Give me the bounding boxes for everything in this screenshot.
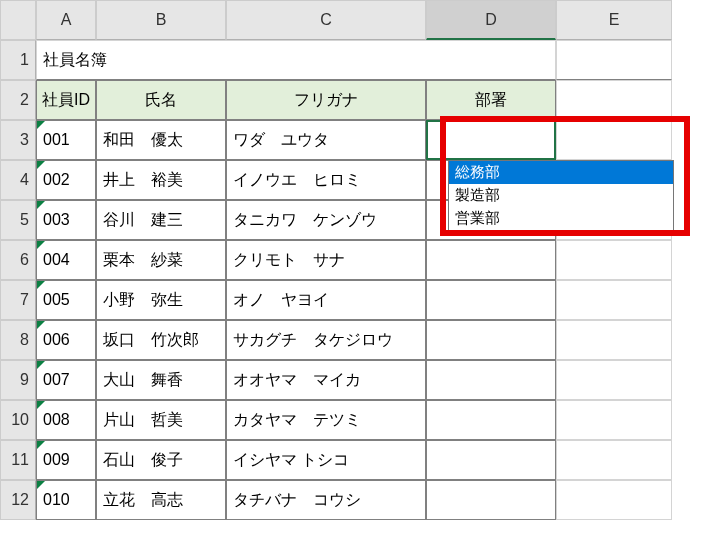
dropdown-item-0[interactable]: 総務部 xyxy=(449,161,673,184)
cell-B10[interactable]: 片山 哲美 xyxy=(96,400,226,440)
cell-E1[interactable] xyxy=(556,40,672,80)
cell-C6[interactable]: クリモト サナ xyxy=(226,240,426,280)
validation-dropdown-list[interactable]: 総務部 製造部 営業部 xyxy=(448,160,674,231)
cell-C9[interactable]: オオヤマ マイカ xyxy=(226,360,426,400)
cell-A4[interactable]: 002 xyxy=(36,160,96,200)
row-header-11[interactable]: 11 xyxy=(0,440,36,480)
cell-C7[interactable]: オノ ヤヨイ xyxy=(226,280,426,320)
cell-D8[interactable] xyxy=(426,320,556,360)
header-furigana[interactable]: フリガナ xyxy=(226,80,426,120)
cell-B4[interactable]: 井上 裕美 xyxy=(96,160,226,200)
cell-E12[interactable] xyxy=(556,480,672,520)
cell-D12[interactable] xyxy=(426,480,556,520)
cell-D11[interactable] xyxy=(426,440,556,480)
row-header-2[interactable]: 2 xyxy=(0,80,36,120)
row-header-6[interactable]: 6 xyxy=(0,240,36,280)
cell-C8[interactable]: サカグチ タケジロウ xyxy=(226,320,426,360)
row-header-7[interactable]: 7 xyxy=(0,280,36,320)
cell-C3[interactable]: ワダ ユウタ xyxy=(226,120,426,160)
cell-B5[interactable]: 谷川 建三 xyxy=(96,200,226,240)
header-name[interactable]: 氏名 xyxy=(96,80,226,120)
cell-A10[interactable]: 008 xyxy=(36,400,96,440)
cell-A6[interactable]: 004 xyxy=(36,240,96,280)
cell-B8[interactable]: 坂口 竹次郎 xyxy=(96,320,226,360)
cell-E3[interactable] xyxy=(556,120,672,160)
select-all-corner[interactable] xyxy=(0,0,36,40)
col-header-E[interactable]: E xyxy=(556,0,672,40)
cell-A9[interactable]: 007 xyxy=(36,360,96,400)
cell-E7[interactable] xyxy=(556,280,672,320)
row-header-10[interactable]: 10 xyxy=(0,400,36,440)
header-id[interactable]: 社員ID xyxy=(36,80,96,120)
cell-C12[interactable]: タチバナ コウシ xyxy=(226,480,426,520)
header-dept[interactable]: 部署 xyxy=(426,80,556,120)
cell-D9[interactable] xyxy=(426,360,556,400)
cell-A11[interactable]: 009 xyxy=(36,440,96,480)
dropdown-item-2[interactable]: 営業部 xyxy=(449,207,673,230)
row-header-12[interactable]: 12 xyxy=(0,480,36,520)
col-header-C[interactable]: C xyxy=(226,0,426,40)
dropdown-item-1[interactable]: 製造部 xyxy=(449,184,673,207)
cell-D7[interactable] xyxy=(426,280,556,320)
cell-B12[interactable]: 立花 高志 xyxy=(96,480,226,520)
cell-B6[interactable]: 栗本 紗菜 xyxy=(96,240,226,280)
cell-A8[interactable]: 006 xyxy=(36,320,96,360)
row-header-1[interactable]: 1 xyxy=(0,40,36,80)
row-header-3[interactable]: 3 xyxy=(0,120,36,160)
cell-A3[interactable]: 001 xyxy=(36,120,96,160)
cell-E9[interactable] xyxy=(556,360,672,400)
cell-E2[interactable] xyxy=(556,80,672,120)
cell-A7[interactable]: 005 xyxy=(36,280,96,320)
cell-D3[interactable] xyxy=(426,120,556,160)
cell-B11[interactable]: 石山 俊子 xyxy=(96,440,226,480)
cell-C5[interactable]: タニカワ ケンゾウ xyxy=(226,200,426,240)
cell-D6[interactable] xyxy=(426,240,556,280)
row-header-4[interactable]: 4 xyxy=(0,160,36,200)
cell-C4[interactable]: イノウエ ヒロミ xyxy=(226,160,426,200)
cell-A12[interactable]: 010 xyxy=(36,480,96,520)
cell-B7[interactable]: 小野 弥生 xyxy=(96,280,226,320)
cell-B9[interactable]: 大山 舞香 xyxy=(96,360,226,400)
cell-E10[interactable] xyxy=(556,400,672,440)
col-header-A[interactable]: A xyxy=(36,0,96,40)
cell-E11[interactable] xyxy=(556,440,672,480)
col-header-B[interactable]: B xyxy=(96,0,226,40)
cell-D10[interactable] xyxy=(426,400,556,440)
cell-E6[interactable] xyxy=(556,240,672,280)
cell-C11[interactable]: イシヤマ トシコ xyxy=(226,440,426,480)
col-header-D[interactable]: D xyxy=(426,0,556,40)
row-header-5[interactable]: 5 xyxy=(0,200,36,240)
spreadsheet-grid: A B C D E 1 社員名簿 2 社員ID 氏名 フリガナ 部署 3 001… xyxy=(0,0,702,520)
cell-title[interactable]: 社員名簿 xyxy=(36,40,556,80)
cell-E8[interactable] xyxy=(556,320,672,360)
cell-A5[interactable]: 003 xyxy=(36,200,96,240)
cell-C10[interactable]: カタヤマ テツミ xyxy=(226,400,426,440)
cell-B3[interactable]: 和田 優太 xyxy=(96,120,226,160)
row-header-9[interactable]: 9 xyxy=(0,360,36,400)
row-header-8[interactable]: 8 xyxy=(0,320,36,360)
